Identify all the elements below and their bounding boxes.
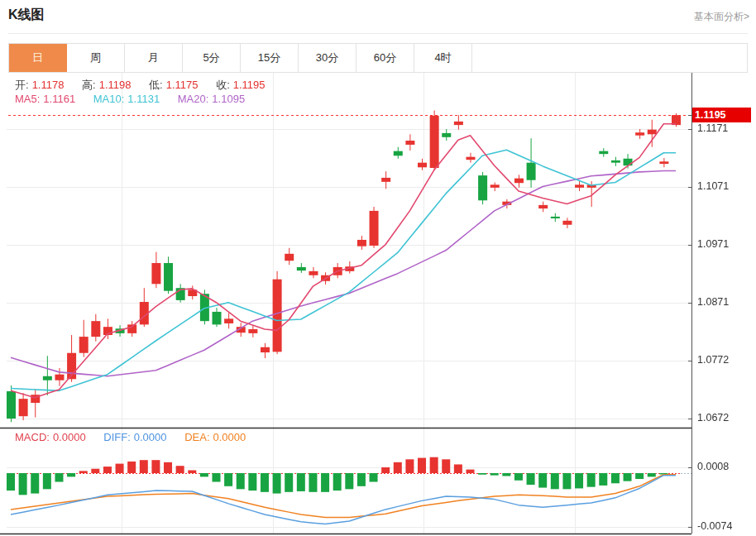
ma5-value: 1.1161 (43, 93, 75, 105)
axis-label-1.1171: 1.1171 (697, 122, 728, 134)
axis-label-1.0971: 1.0971 (697, 238, 729, 250)
axis-label-1.1071: 1.1071 (697, 180, 729, 192)
tab-period-3[interactable]: 5分 (183, 44, 241, 72)
axis-label-0.0008: 0.0008 (697, 461, 729, 472)
axis-label--0.0074: -0.0074 (697, 520, 732, 532)
macd-label: MACD: (15, 431, 50, 443)
low-label: 低: (149, 79, 163, 91)
period-tab-bar: 日周月5分15分30分60分4时 (8, 43, 748, 73)
macd-value: 0.0000 (53, 431, 86, 443)
tab-period-5[interactable]: 30分 (299, 44, 356, 72)
tab-period-7[interactable]: 4时 (414, 44, 472, 72)
ma5-label: MA5: (15, 93, 40, 105)
dea-label: DEA: (184, 431, 209, 443)
tab-period-2[interactable]: 月 (125, 44, 183, 72)
ma10-value: 1.1131 (127, 93, 160, 105)
tab-bar-filler (472, 44, 748, 72)
kline-page: K线图 基本面分析> 日周月5分15分30分60分4时 开:1.1178 高:1… (0, 0, 756, 536)
title-divider (8, 33, 748, 34)
low-value: 1.1175 (166, 79, 199, 91)
tab-period-6[interactable]: 60分 (356, 44, 414, 72)
current-price-tag: 1.1195 (692, 108, 751, 122)
open-value: 1.1178 (32, 79, 65, 91)
ma20-value: 1.1095 (212, 93, 245, 105)
axis-label-1.0772: 1.0772 (697, 354, 729, 366)
close-value: 1.1195 (233, 79, 266, 91)
high-value: 1.1198 (99, 79, 132, 91)
ma-row: MA5:1.1161 MA10:1.1131 MA20:1.1095 (15, 93, 248, 105)
page-title: K线图 (8, 7, 45, 24)
kline-canvas[interactable] (0, 73, 756, 536)
open-label: 开: (15, 79, 29, 91)
fundamental-analysis-link[interactable]: 基本面分析> (694, 10, 749, 24)
tab-period-4[interactable]: 15分 (241, 44, 299, 72)
chart-area: 开:1.1178 高:1.1198 低:1.1175 收:1.1195 MA5:… (0, 73, 756, 536)
axis-label-1.0871: 1.0871 (697, 296, 729, 308)
macd-row: MACD:0.0000 DIFF:0.0000 DEA:0.0000 (15, 431, 249, 443)
high-label: 高: (82, 79, 96, 91)
ma20-label: MA20: (178, 93, 209, 105)
diff-label: DIFF: (103, 431, 131, 443)
close-label: 收: (216, 79, 230, 91)
tab-period-0[interactable]: 日 (9, 44, 67, 72)
tab-period-1[interactable]: 周 (67, 44, 125, 72)
ma10-label: MA10: (93, 93, 125, 105)
ohlc-row: 开:1.1178 高:1.1198 低:1.1175 收:1.1195 (15, 78, 269, 93)
axis-label-1.0672: 1.0672 (697, 412, 729, 424)
dea-value: 0.0000 (213, 431, 246, 443)
diff-value: 0.0000 (134, 431, 167, 443)
